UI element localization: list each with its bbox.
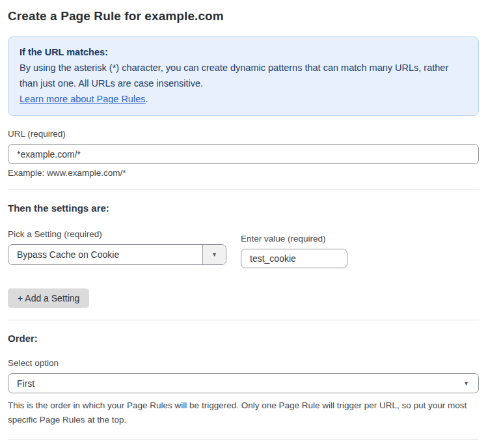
chevron-down-icon: ▼ — [463, 380, 469, 386]
info-box-body: By using the asterisk (*) character, you… — [20, 60, 467, 91]
url-matches-info-box: If the URL matches: By using the asteris… — [8, 36, 479, 116]
order-select-label: Select option — [8, 358, 479, 368]
link-suffix: . — [145, 94, 148, 104]
order-selected-value: First — [17, 378, 34, 389]
settings-section-heading: Then the settings are: — [8, 203, 479, 214]
page-title: Create a Page Rule for example.com — [8, 9, 479, 23]
url-input[interactable] — [8, 144, 479, 164]
order-section-heading: Order: — [8, 333, 479, 344]
setting-value-input[interactable] — [241, 249, 347, 268]
setting-value-label: Enter value (required) — [241, 234, 347, 244]
section-divider — [8, 320, 479, 320]
setting-picker-column: Pick a Setting (required) Bypass Cache o… — [8, 229, 226, 265]
section-divider — [8, 189, 479, 190]
create-page-rule-form: Create a Page Rule for example.com If th… — [0, 0, 488, 448]
url-field-label: URL (required) — [8, 129, 479, 139]
setting-picker-dropdown-button[interactable]: ▼ — [202, 245, 226, 264]
settings-row: Pick a Setting (required) Bypass Cache o… — [8, 229, 479, 268]
order-help-text: This is the order in which your Page Rul… — [8, 399, 479, 427]
url-field-hint: Example: www.example.com/* — [8, 168, 479, 178]
setting-value-column: Enter value (required) — [241, 234, 347, 268]
learn-more-link[interactable]: Learn more about Page Rules — [20, 94, 145, 104]
order-select[interactable]: First ▼ — [8, 373, 479, 393]
chevron-down-icon: ▼ — [211, 252, 217, 258]
section-divider — [8, 439, 479, 440]
setting-picker-label: Pick a Setting (required) — [8, 229, 226, 239]
add-setting-button[interactable]: + Add a Setting — [8, 288, 89, 308]
setting-picker-selected-value: Bypass Cache on Cookie — [8, 245, 202, 264]
info-box-link-line: Learn more about Page Rules. — [20, 91, 467, 107]
setting-picker-dropdown[interactable]: Bypass Cache on Cookie ▼ — [8, 244, 226, 265]
info-box-heading: If the URL matches: — [20, 44, 467, 60]
